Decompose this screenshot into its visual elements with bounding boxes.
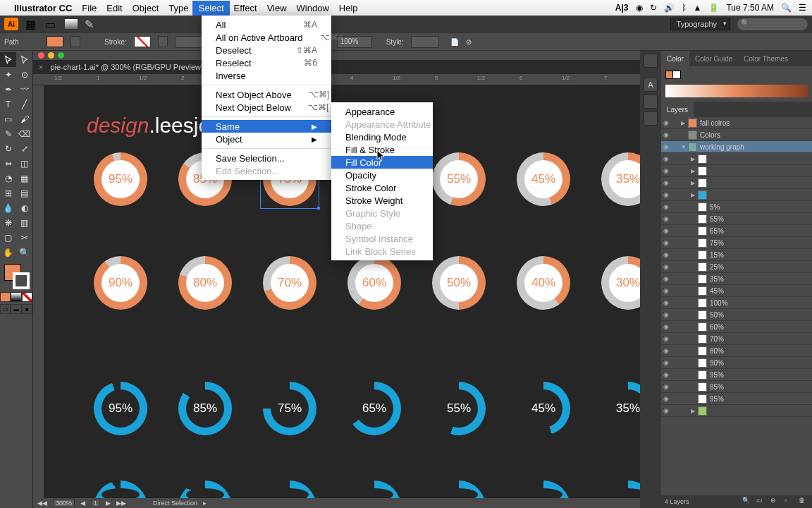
pie-chart[interactable]: 30% xyxy=(601,256,640,310)
ring-chart[interactable]: 75% xyxy=(263,382,316,435)
pen-tool[interactable]: ✒ xyxy=(0,82,16,97)
menu-edit[interactable]: Edit xyxy=(106,3,122,13)
line-tool[interactable]: ╱ xyxy=(16,97,32,111)
curvature-tool[interactable]: 〰 xyxy=(16,82,32,97)
wifi-icon[interactable]: ▲ xyxy=(694,3,702,13)
workspace-switcher[interactable]: Typography xyxy=(670,18,730,30)
style-select[interactable] xyxy=(411,36,439,48)
ring-chart[interactable]: 35% xyxy=(601,382,640,435)
menuitem-stroke-weight[interactable]: Stroke Weight xyxy=(331,194,433,207)
ring-chart[interactable]: 95% xyxy=(94,382,147,435)
visibility-icon[interactable]: ◉ xyxy=(661,239,671,246)
fill-stroke-control[interactable] xyxy=(0,262,32,291)
artboard-number[interactable]: 1 xyxy=(91,499,100,507)
zoom-window[interactable] xyxy=(58,52,64,59)
menuitem-next-object-below[interactable]: Next Object Below⌥⌘[ xyxy=(202,101,331,114)
volume-icon[interactable]: 🔊 xyxy=(664,3,675,13)
ring-chart[interactable] xyxy=(94,480,147,498)
menuitem-object[interactable]: Object▶ xyxy=(202,133,331,145)
menuitem-same[interactable]: Same▶ xyxy=(202,120,331,133)
color-panel[interactable] xyxy=(661,66,812,102)
bridge-icon[interactable]: ▦ xyxy=(25,18,38,30)
menuitem-appearance[interactable]: Appearance xyxy=(331,105,433,118)
mesh-tool[interactable]: ⊞ xyxy=(0,186,16,200)
symbol-sprayer-tool[interactable]: ❋ xyxy=(0,215,16,230)
menu-object[interactable]: Object xyxy=(133,3,159,13)
selection-tool[interactable] xyxy=(0,52,16,67)
arrange-icon[interactable]: ▭ xyxy=(45,18,58,30)
magic-wand-tool[interactable]: ✦ xyxy=(0,67,16,82)
battery-icon[interactable]: 🔋 xyxy=(708,3,719,13)
layer-row[interactable]: ◉95% xyxy=(661,369,812,381)
app-name[interactable]: Illustrator CC xyxy=(14,3,72,13)
color-spectrum[interactable] xyxy=(665,85,808,97)
character-panel-icon[interactable]: A xyxy=(644,78,658,92)
visibility-icon[interactable]: ◉ xyxy=(661,179,671,186)
visibility-icon[interactable]: ◉ xyxy=(661,119,671,126)
menuitem-all[interactable]: All⌘A xyxy=(202,18,331,31)
document-tab[interactable]: × pie-chart-1.ai* @ 300% (RGB/GPU Previe… xyxy=(33,60,640,74)
ring-chart[interactable] xyxy=(347,480,401,498)
rotate-tool[interactable]: ↻ xyxy=(0,141,16,156)
bluetooth-icon[interactable]: ᛒ xyxy=(682,3,687,13)
eyedropper-tool[interactable]: 💧 xyxy=(0,200,16,215)
visibility-icon[interactable]: ◉ xyxy=(661,395,671,402)
layer-row[interactable]: ◉45% xyxy=(661,285,812,297)
notification-icon[interactable]: ◉ xyxy=(636,3,643,13)
color-mode-toggle[interactable] xyxy=(0,292,32,302)
tab-color-themes[interactable]: Color Themes xyxy=(738,51,794,66)
first-artboard-icon[interactable]: ◀◀ xyxy=(37,500,47,507)
visibility-icon[interactable]: ◉ xyxy=(661,323,671,330)
ring-chart[interactable]: 85% xyxy=(178,382,232,435)
pie-chart[interactable]: 90% xyxy=(94,256,147,310)
menu-help[interactable]: Help xyxy=(339,3,358,13)
ruler-vertical[interactable] xyxy=(33,85,44,498)
menu-file[interactable]: File xyxy=(82,3,97,13)
eraser-tool[interactable]: ⌫ xyxy=(16,126,32,141)
layer-row[interactable]: ◉80% xyxy=(661,345,812,357)
pie-chart[interactable]: 40% xyxy=(517,256,570,310)
layer-row[interactable]: ◉55% xyxy=(661,213,812,225)
visibility-icon[interactable]: ◉ xyxy=(661,359,671,366)
preferences-icon[interactable]: ⊘ xyxy=(466,38,472,46)
paintbrush-tool[interactable]: 🖌 xyxy=(16,111,32,126)
pie-chart[interactable]: 80% xyxy=(178,256,232,310)
visibility-icon[interactable]: ◉ xyxy=(661,167,671,174)
menuitem-inverse[interactable]: Inverse xyxy=(202,69,331,82)
shape-builder-tool[interactable]: ◔ xyxy=(0,171,16,186)
search-input[interactable] xyxy=(737,18,808,30)
scale-tool[interactable]: ⤢ xyxy=(16,141,32,156)
close-window[interactable] xyxy=(38,52,44,59)
layer-row[interactable]: ◉95% xyxy=(661,393,812,405)
layer-row[interactable]: ◉▶ xyxy=(661,165,812,177)
opentype-panel-icon[interactable] xyxy=(644,111,658,126)
slice-tool[interactable]: ✂ xyxy=(16,230,32,245)
free-transform-tool[interactable]: ◫ xyxy=(16,156,32,171)
visibility-icon[interactable]: ◉ xyxy=(661,155,671,162)
layer-row[interactable]: ◉35% xyxy=(661,273,812,285)
tab-color[interactable]: Color xyxy=(661,51,689,66)
ring-chart[interactable] xyxy=(263,480,316,498)
stroke-swatch[interactable] xyxy=(134,36,151,47)
stroke-weight-input[interactable] xyxy=(175,36,203,48)
layer-row[interactable]: ◉▶ xyxy=(661,405,812,417)
layers-tab[interactable]: Layers xyxy=(661,102,694,117)
visibility-icon[interactable]: ◉ xyxy=(661,383,671,390)
visibility-icon[interactable]: ◉ xyxy=(661,203,671,210)
layer-row[interactable]: ◉70% xyxy=(661,333,812,345)
layer-list[interactable]: ◉▶fall colros◉Colors◉▼working graph◉▶◉▶◉… xyxy=(661,117,812,495)
ring-chart[interactable]: 65% xyxy=(347,382,401,435)
pie-chart[interactable]: 60% xyxy=(347,256,401,310)
artboard-tool[interactable]: ▢ xyxy=(0,230,16,245)
pie-chart[interactable]: 95% xyxy=(94,152,147,206)
fill-swatch[interactable] xyxy=(47,36,63,47)
menu-effect[interactable]: Effect xyxy=(234,3,257,13)
menuitem-fill-color[interactable]: Fill Color xyxy=(331,156,433,169)
visibility-icon[interactable]: ◉ xyxy=(661,131,671,138)
close-tab-icon[interactable]: × xyxy=(39,63,43,71)
pie-chart[interactable]: 50% xyxy=(432,256,486,310)
cc-indicator[interactable]: A|3 xyxy=(615,3,629,13)
visibility-icon[interactable]: ◉ xyxy=(661,287,671,294)
layer-row[interactable]: ◉65% xyxy=(661,225,812,237)
menuitem-stroke-color[interactable]: Stroke Color xyxy=(331,181,433,194)
